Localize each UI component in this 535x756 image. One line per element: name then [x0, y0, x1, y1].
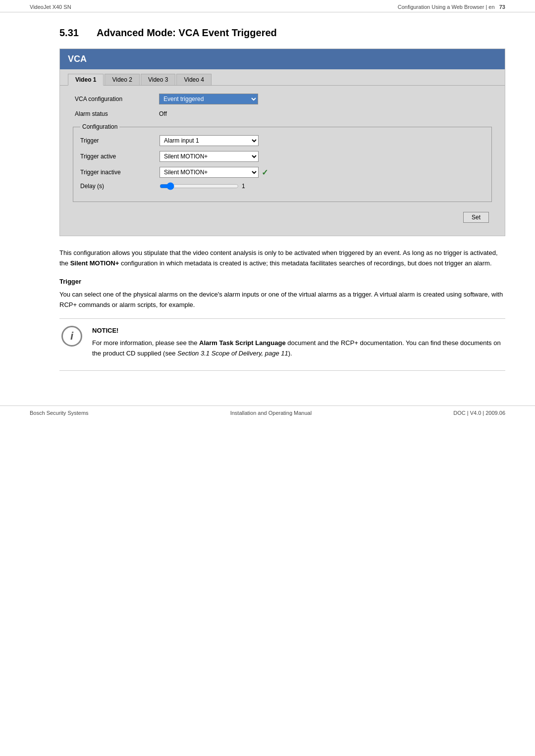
- set-button[interactable]: Set: [463, 212, 489, 223]
- checkmark-icon: ✓: [262, 168, 268, 177]
- page-header: VideoJet X40 SN Configuration Using a We…: [0, 0, 535, 12]
- delay-value: 1: [242, 183, 245, 190]
- vca-config-row: VCA configuration Event triggered: [70, 94, 495, 104]
- alarm-status-row: Alarm status Off: [70, 110, 495, 117]
- trigger-row: Trigger Alarm input 1: [80, 135, 484, 146]
- trigger-text: You can select one of the physical alarm…: [59, 290, 505, 310]
- trigger-active-label: Trigger active: [80, 153, 160, 160]
- description-paragraph: This configuration allows you stipulate …: [59, 248, 505, 269]
- trigger-inactive-row: Trigger inactive Silent MOTION+ ✓: [80, 167, 484, 178]
- alarm-status-label: Alarm status: [70, 110, 159, 117]
- section-heading: 5.31 Advanced Mode: VCA Event Triggered: [59, 27, 505, 39]
- trigger-heading: Trigger: [59, 277, 505, 287]
- vca-panel: VCA Video 1 Video 2 Video 3 Video 4 VCA …: [59, 49, 505, 236]
- page-footer: Bosch Security Systems Installation and …: [0, 405, 535, 420]
- delay-label: Delay (s): [80, 183, 160, 190]
- trigger-control: Alarm input 1: [160, 135, 259, 146]
- delay-slider[interactable]: [160, 183, 239, 190]
- trigger-active-row: Trigger active Silent MOTION+: [80, 151, 484, 162]
- delay-control: 1: [160, 183, 245, 190]
- header-right: Configuration Using a Web Browser | en 7…: [398, 4, 505, 10]
- set-button-row: Set: [70, 208, 495, 228]
- footer-right: DOC | V4.0 | 2009.06: [453, 410, 505, 416]
- tabs-row: Video 1 Video 2 Video 3 Video 4: [60, 69, 505, 86]
- trigger-select[interactable]: Alarm input 1: [160, 135, 259, 146]
- panel-body: VCA configuration Event triggered Alarm …: [60, 86, 505, 236]
- tab-video3[interactable]: Video 3: [141, 74, 175, 85]
- header-left: VideoJet X40 SN: [30, 4, 71, 10]
- vca-config-control: Event triggered: [159, 94, 258, 104]
- section-number: 5.31: [59, 27, 87, 39]
- section-title: Advanced Mode: VCA Event Triggered: [97, 27, 277, 39]
- vca-config-select[interactable]: Event triggered: [159, 94, 258, 104]
- notice-content: NOTICE! For more information, please see…: [92, 326, 505, 363]
- notice-text: For more information, please see the Ala…: [92, 338, 505, 359]
- trigger-inactive-select[interactable]: Silent MOTION+: [160, 167, 259, 178]
- footer-center: Installation and Operating Manual: [230, 410, 312, 416]
- info-icon: i: [61, 326, 82, 347]
- notice-title: NOTICE!: [92, 326, 505, 336]
- trigger-inactive-label: Trigger inactive: [80, 169, 160, 176]
- notice-box: i NOTICE! For more information, please s…: [59, 318, 505, 371]
- trigger-active-select[interactable]: Silent MOTION+: [160, 151, 259, 162]
- vca-panel-title: VCA: [68, 54, 87, 64]
- description-section: This configuration allows you stipulate …: [59, 248, 505, 371]
- trigger-active-control: Silent MOTION+: [160, 151, 259, 162]
- tab-video2[interactable]: Video 2: [105, 74, 139, 85]
- footer-left: Bosch Security Systems: [30, 410, 89, 416]
- trigger-label: Trigger: [80, 137, 160, 144]
- trigger-inactive-control: Silent MOTION+ ✓: [160, 167, 268, 178]
- config-fieldset: Configuration Trigger Alarm input 1 Trig…: [73, 123, 492, 202]
- main-content: 5.31 Advanced Mode: VCA Event Triggered …: [0, 12, 535, 386]
- delay-row: Delay (s) 1: [80, 183, 484, 190]
- tab-video4[interactable]: Video 4: [176, 74, 211, 85]
- alarm-status-value: Off: [159, 110, 167, 117]
- tab-video1[interactable]: Video 1: [68, 74, 104, 86]
- config-legend: Configuration: [80, 123, 119, 130]
- vca-config-label: VCA configuration: [70, 96, 159, 102]
- vca-panel-header: VCA: [60, 49, 505, 69]
- trigger-subsection: Trigger You can select one of the physic…: [59, 277, 505, 310]
- notice-icon-wrap: i: [59, 326, 84, 347]
